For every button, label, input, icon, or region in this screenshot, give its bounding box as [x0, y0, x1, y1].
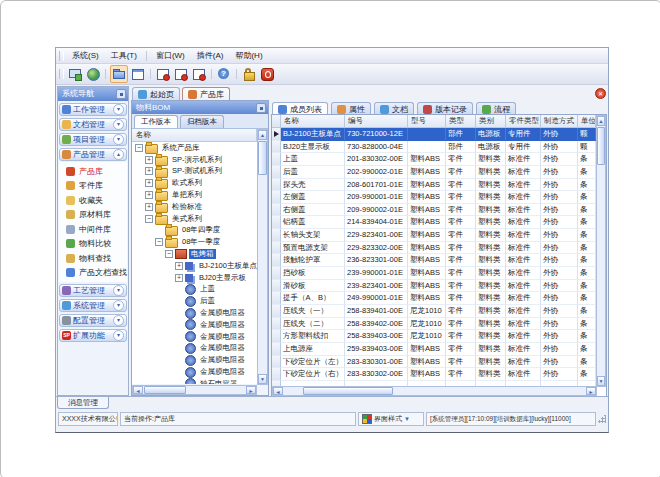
- column-header-1[interactable]: 编号: [345, 115, 408, 128]
- tree-node-0[interactable]: −系统产品库: [132, 142, 257, 154]
- menu-item-0[interactable]: 系统(S): [66, 49, 105, 63]
- document-tab-1[interactable]: 产品库: [182, 87, 230, 100]
- nav-group-bottom-1[interactable]: 系统管理▾: [59, 299, 127, 312]
- expander-minus-icon[interactable]: −: [135, 144, 143, 152]
- scroll-thumb[interactable]: [597, 127, 605, 165]
- table-row-16[interactable]: 方形塑料线扣258-839403-00E尼龙1010零件塑料类标准件外协条: [272, 330, 606, 343]
- doc-open-icon[interactable]: [173, 66, 189, 82]
- table-row-5[interactable]: 左侧盖209-990001-01E塑料ABS零件塑料类标准件外协条: [272, 191, 606, 204]
- column-header-6[interactable]: 制造方式: [541, 115, 578, 128]
- exit-icon[interactable]: [259, 66, 275, 82]
- version-tab-0[interactable]: 工作版本: [134, 115, 178, 128]
- expander-plus-icon[interactable]: +: [145, 179, 153, 187]
- menu-item-1[interactable]: 工具(T): [105, 49, 143, 63]
- table-row-10[interactable]: 接触轮护罩236-823301-00E塑料ABS零件塑料类标准件外协条: [272, 254, 606, 267]
- table-row-12[interactable]: 滑砂板239-823401-00E塑料ABS零件塑料类标准件外协条: [272, 280, 606, 293]
- column-header-0[interactable]: 名称: [281, 115, 345, 128]
- table-row-14[interactable]: 压线夹（一）258-839401-00E尼龙1010零件塑料类标准件外协条: [272, 305, 606, 318]
- column-header-2[interactable]: 型号: [408, 115, 446, 128]
- table-row-4[interactable]: 探头壳208-601701-01E塑料ABS零件塑料类标准件外协条: [272, 179, 606, 192]
- help-icon[interactable]: [216, 66, 232, 82]
- resize-grip[interactable]: [598, 415, 606, 423]
- table-row-13[interactable]: 提手（A、B）249-990001-01E塑料ABS零件塑料类标准件外协条: [272, 292, 606, 305]
- chevron-down-icon[interactable]: ▾: [113, 104, 124, 115]
- scroll-down-icon[interactable]: ▼: [258, 374, 267, 384]
- tree-node-5[interactable]: +检验标准: [132, 201, 257, 213]
- monitor-icon[interactable]: [67, 66, 83, 82]
- table-row-1[interactable]: BJ20主显示板730-828000-04E部件电源板专用件外协颗: [272, 141, 606, 154]
- table-row-11[interactable]: 挡砂板239-990001-01E塑料ABS零件塑料类标准件外协条: [272, 267, 606, 280]
- nav-item-0[interactable]: 产品库: [59, 164, 127, 179]
- table-row-8[interactable]: 长轴头支架229-823401-00E塑料ABS零件塑料类标准件外协条: [272, 229, 606, 242]
- version-tab-1[interactable]: 归档版本: [180, 115, 224, 128]
- chevron-down-icon[interactable]: ▾: [113, 119, 124, 130]
- scroll-down-icon[interactable]: ▼: [597, 376, 605, 386]
- menu-item-3[interactable]: 窗口(W): [150, 49, 191, 63]
- tree-node-1[interactable]: +SP-演示机系列: [132, 154, 257, 166]
- chevron-down-icon[interactable]: ▾: [113, 285, 124, 296]
- scroll-thumb[interactable]: [258, 141, 267, 175]
- tree-node-18[interactable]: 金属膜电阻器: [132, 354, 257, 366]
- table-row-6[interactable]: 右侧盖209-990002-01E塑料ABS零件塑料类标准件外协条: [272, 204, 606, 217]
- table-row-2[interactable]: 上盖201-830302-00E塑料ABS零件塑料类标准件外协条: [272, 153, 606, 166]
- scroll-right-icon[interactable]: ►: [586, 387, 596, 395]
- nav-group-top-0[interactable]: 工作管理▾: [59, 103, 127, 116]
- tree-vertical-scrollbar[interactable]: ▲ ▼: [257, 129, 268, 385]
- ui-style-selector[interactable]: 界面样式 ▼: [358, 412, 424, 426]
- expander-minus-icon[interactable]: −: [165, 250, 173, 258]
- nav-group-bottom-0[interactable]: 工艺管理▾: [59, 284, 127, 297]
- chevron-down-icon[interactable]: ▾: [113, 134, 124, 145]
- tree-node-8[interactable]: −08年一季度: [132, 236, 257, 248]
- tree-node-20[interactable]: 独石电容器: [132, 378, 257, 384]
- tree-node-15[interactable]: 金属膜电阻器: [132, 319, 257, 331]
- tree-node-7[interactable]: 08年四季度: [132, 225, 257, 237]
- scroll-up-icon[interactable]: ▲: [258, 130, 267, 140]
- scroll-thumb[interactable]: [303, 387, 393, 395]
- expander-plus-icon[interactable]: +: [145, 191, 153, 199]
- table-row-15[interactable]: 压线夹（二）258-839402-00E尼龙1010零件塑料类标准件外协条: [272, 318, 606, 331]
- table-row-9[interactable]: 预置电源支架229-823302-00E塑料ABS零件塑料类标准件外协条: [272, 242, 606, 255]
- chevron-down-icon[interactable]: ▾: [113, 300, 124, 311]
- scroll-left-icon[interactable]: ◄: [133, 386, 143, 394]
- column-header-7[interactable]: 单位: [578, 115, 596, 128]
- tree-node-14[interactable]: 金属膜电阻器: [132, 307, 257, 319]
- column-header-4[interactable]: 类别: [476, 115, 506, 128]
- nav-item-5[interactable]: 物料比较: [59, 237, 127, 252]
- doc-new-icon[interactable]: [155, 66, 171, 82]
- expander-plus-icon[interactable]: +: [145, 203, 153, 211]
- menu-item-5[interactable]: 帮助(H): [229, 49, 268, 63]
- nav-group-top-1[interactable]: 文档管理▾: [59, 118, 127, 131]
- scroll-thumb[interactable]: [144, 386, 186, 394]
- table-row-0[interactable]: BJ-2100主板单点730-721000-12E部件电源板专用件外协颗: [272, 128, 606, 141]
- menu-item-4[interactable]: 插件(A): [191, 49, 230, 63]
- scroll-up-icon[interactable]: ▲: [597, 116, 605, 126]
- tree-horizontal-scrollbar[interactable]: ◄ ►: [132, 385, 257, 395]
- table-horizontal-scrollbar[interactable]: ◄ ►: [272, 386, 597, 396]
- expander-plus-icon[interactable]: +: [145, 156, 153, 164]
- expander-minus-icon[interactable]: −: [145, 215, 153, 223]
- tree-node-12[interactable]: 上盖: [132, 284, 257, 296]
- nav-group-top-2[interactable]: 项目管理▾: [59, 133, 127, 146]
- scroll-left-icon[interactable]: ◄: [273, 387, 283, 395]
- tree-node-19[interactable]: 金属膜电阻器: [132, 366, 257, 378]
- nav-group-bottom-3[interactable]: SP扩展功能▾: [59, 329, 127, 342]
- chevron-down-icon[interactable]: ▾: [113, 315, 124, 326]
- tree-node-4[interactable]: +单把系列: [132, 189, 257, 201]
- document-tab-0[interactable]: 起始页: [132, 87, 180, 100]
- column-header-5[interactable]: 零件类型: [506, 115, 541, 128]
- nav-item-3[interactable]: 原材料库: [59, 208, 127, 223]
- nav-item-1[interactable]: 零件库: [59, 179, 127, 194]
- expander-plus-icon[interactable]: +: [175, 274, 183, 282]
- table-vertical-scrollbar[interactable]: ▲ ▼: [596, 115, 606, 387]
- chevron-down-icon[interactable]: ▾: [113, 330, 124, 341]
- nav-group-bottom-2[interactable]: 配置管理▾: [59, 314, 127, 327]
- nav-item-4[interactable]: 中间件库: [59, 222, 127, 237]
- table-row-17[interactable]: 上电源座259-839403-00E塑料ABS零件塑料类标准件外协条: [272, 343, 606, 356]
- nav-item-2[interactable]: 收藏夹: [59, 193, 127, 208]
- table-row-3[interactable]: 后盖202-990002-01E塑料ABS零件塑料类标准件外协条: [272, 166, 606, 179]
- close-tab-icon[interactable]: ✕: [595, 88, 606, 99]
- tree-node-10[interactable]: +BJ-2100主板单点: [132, 260, 257, 272]
- tree-node-3[interactable]: +欧式系列: [132, 177, 257, 189]
- expander-plus-icon[interactable]: +: [175, 262, 183, 270]
- column-header-3[interactable]: 类型: [446, 115, 476, 128]
